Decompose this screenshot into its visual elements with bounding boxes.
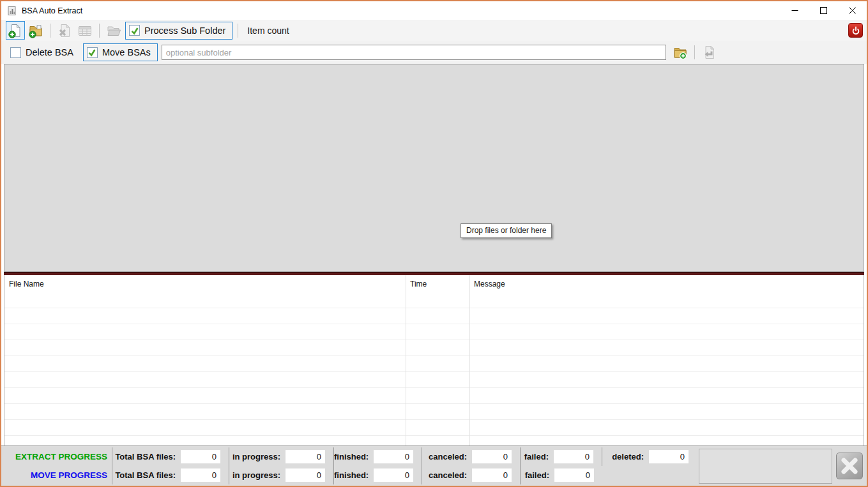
add-subfolder-button[interactable] [671, 43, 690, 62]
close-icon [849, 7, 856, 14]
toolbar-separator [694, 45, 695, 59]
folder-open-icon [106, 23, 121, 38]
toolbar-separator [50, 24, 50, 38]
exit-power-button[interactable] [848, 23, 863, 38]
extract-deleted-cell: deleted: 0 [602, 447, 697, 466]
window-title: BSA Auto Extract [22, 6, 82, 15]
extract-progress-cell: EXTRACT PROGRESS [4, 447, 112, 466]
field-label: failed: [524, 452, 549, 461]
checkmark-icon [88, 48, 96, 57]
extract-in-progress-value: 0 [286, 450, 325, 463]
document-x-icon [57, 23, 72, 38]
field-label: canceled: [429, 452, 467, 461]
open-folder-button-disabled[interactable] [104, 21, 123, 40]
extract-failed-cell: failed: 0 [521, 447, 602, 466]
move-failed-value: 0 [554, 468, 594, 482]
move-failed-cell: failed: 0 [521, 466, 602, 484]
folder-plus-icon [673, 45, 688, 60]
progress-bar-panel [699, 449, 832, 484]
extract-total-value: 0 [181, 450, 220, 463]
add-files-button[interactable] [6, 21, 25, 40]
extract-deleted-value: 0 [649, 450, 689, 463]
move-canceled-value: 0 [472, 468, 512, 482]
move-progress-cell: MOVE PROGRESS [4, 466, 112, 484]
options-toolbar: Delete BSA Move BSAs [1, 41, 867, 64]
checkbox-box [87, 47, 98, 58]
item-grid-button-disabled[interactable] [75, 21, 95, 40]
process-sub-folder-label: Process Sub Folder [144, 26, 225, 36]
empty-cell [602, 466, 697, 484]
field-label: in progress: [232, 470, 280, 480]
toolbar-separator [99, 24, 100, 38]
close-button[interactable] [838, 1, 867, 20]
column-divider [469, 275, 470, 446]
progress-counters: EXTRACT PROGRESS Total BSA files: 0 in p… [4, 447, 697, 484]
cancel-x-icon [839, 456, 860, 476]
power-icon [850, 25, 862, 36]
move-finished-value: 0 [374, 468, 413, 482]
extract-in-progress-cell: in progress: 0 [229, 447, 334, 466]
drop-files-area[interactable]: Drop files or folder here [4, 64, 864, 272]
log-table-header: File Name Time Message [4, 275, 864, 292]
field-label: finished: [334, 452, 369, 461]
column-header-time[interactable]: Time [406, 280, 469, 288]
titlebar: BSA Auto Extract [1, 1, 867, 20]
extract-finished-value: 0 [374, 450, 413, 463]
move-in-progress-cell: in progress: 0 [229, 466, 334, 484]
document-arrow-left-icon [701, 45, 717, 60]
checkbox-box [10, 47, 21, 58]
drop-hint-tooltip: Drop files or folder here [461, 223, 552, 238]
minimize-button[interactable] [780, 1, 809, 20]
app-icon [7, 6, 17, 16]
document-plus-icon [8, 23, 23, 38]
extract-progress-label: EXTRACT PROGRESS [15, 452, 107, 461]
toolbar-separator [238, 24, 238, 38]
move-progress-label: MOVE PROGRESS [31, 470, 107, 480]
extract-failed-value: 0 [554, 450, 593, 463]
checkmark-icon [130, 26, 139, 35]
main-toolbar: Process Sub Folder Item count [1, 20, 867, 41]
delete-bsa-label: Delete BSA [26, 47, 73, 57]
move-canceled-cell: canceled: 0 [422, 466, 521, 484]
checkbox-box [129, 25, 140, 36]
table-grid-icon [77, 23, 93, 38]
move-bsas-checkbox[interactable]: Move BSAs [83, 43, 158, 61]
move-bsas-label: Move BSAs [102, 47, 151, 57]
maximize-icon [820, 7, 827, 14]
field-label: finished: [334, 470, 369, 480]
column-divider [406, 275, 406, 446]
remove-file-button-disabled[interactable] [55, 21, 74, 40]
status-bar: EXTRACT PROGRESS Total BSA files: 0 in p… [1, 446, 867, 486]
field-label: Total BSA files: [115, 470, 176, 480]
optional-subfolder-input[interactable] [162, 45, 666, 60]
move-total-value: 0 [181, 468, 220, 482]
move-total-cell: Total BSA files: 0 [112, 466, 229, 484]
move-in-progress-value: 0 [286, 468, 325, 482]
field-label: Total BSA files: [115, 452, 176, 461]
move-finished-cell: finished: 0 [334, 466, 422, 484]
folder-plus-icon [28, 23, 43, 38]
move-files-button-disabled[interactable] [699, 43, 719, 62]
field-label: canceled: [429, 470, 467, 480]
maximize-button[interactable] [809, 1, 838, 20]
delete-bsa-checkbox[interactable]: Delete BSA [6, 43, 80, 61]
item-count-label: Item count [247, 26, 289, 36]
add-folder-button[interactable] [26, 21, 45, 40]
extract-finished-cell: finished: 0 [334, 447, 422, 466]
field-label: failed: [525, 470, 549, 480]
minimize-icon [791, 7, 798, 14]
log-table-body[interactable] [4, 292, 864, 446]
window-controls [780, 1, 867, 20]
column-header-message[interactable]: Message [469, 280, 864, 288]
extract-canceled-cell: canceled: 0 [422, 447, 521, 466]
log-table: File Name Time Message [4, 275, 864, 446]
extract-canceled-value: 0 [472, 450, 512, 463]
extract-total-cell: Total BSA files: 0 [112, 447, 229, 466]
cancel-button-disabled[interactable] [836, 453, 863, 479]
app-window: BSA Auto Extract [0, 0, 868, 487]
column-header-file-name[interactable]: File Name [4, 280, 406, 288]
process-sub-folder-checkbox[interactable]: Process Sub Folder [125, 22, 232, 40]
field-label: deleted: [612, 452, 644, 461]
field-label: in progress: [232, 452, 280, 461]
